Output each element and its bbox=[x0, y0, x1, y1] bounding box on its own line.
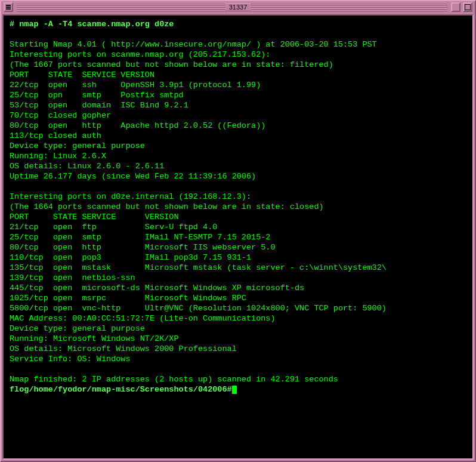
port-row: 21/tcp open ftp Serv-U ftpd 4.0 bbox=[10, 223, 217, 232]
output-line: Device type: general purpose bbox=[10, 324, 145, 333]
port-row: 25/tcp open smtp IMail NT-ESMTP 7.15 201… bbox=[10, 233, 270, 242]
command-line: # nmap -A -T4 scanme.nmap.org d0ze bbox=[10, 20, 174, 29]
output-line: Device type: general purpose bbox=[10, 141, 145, 150]
output-line: Starting Nmap 4.01 ( http://www.insecure… bbox=[10, 40, 377, 49]
shell-prompt: flog/home/fyodor/nmap-misc/Screenshots/0… bbox=[10, 385, 232, 394]
titlebar[interactable]: 31337 bbox=[1, 1, 475, 13]
output-line: MAC Address: 00:A0:CC:51:72:7E (Lite-on … bbox=[10, 314, 276, 323]
port-row: 5800/tcp open vnc-http Ultr@VNC (Resolut… bbox=[10, 304, 387, 313]
output-line: (The 1664 ports scanned but not shown be… bbox=[10, 202, 324, 211]
output-line: Running: Linux 2.6.X bbox=[10, 152, 106, 161]
window-menu-button[interactable] bbox=[4, 2, 13, 12]
port-row: 139/tcp open netbios-ssn bbox=[10, 273, 135, 282]
maximize-button[interactable] bbox=[463, 2, 472, 12]
port-row: 113/tcp closed auth bbox=[10, 131, 101, 140]
port-row: 80/tcp open http Apache httpd 2.0.52 ((F… bbox=[10, 121, 265, 130]
terminal-output[interactable]: # nmap -A -T4 scanme.nmap.org d0ze Start… bbox=[2, 14, 474, 460]
port-row: 53/tcp open domain ISC Bind 9.2.1 bbox=[10, 101, 188, 110]
port-row: 25/tcp opn smtp Postfix smtpd bbox=[10, 91, 184, 100]
port-row: 445/tcp open microsoft-ds Microsoft Wind… bbox=[10, 284, 304, 292]
window-title: 31337 bbox=[225, 4, 251, 11]
table-header: PORT STATE SERVICE VERSION bbox=[10, 212, 179, 221]
output-line: Uptime 26.177 days (since Wed Feb 22 11:… bbox=[10, 172, 256, 181]
output-line: OS details: Microsoft Windows 2000 Profe… bbox=[10, 344, 237, 353]
output-line: Interesting ports on scanme.nmap.org (20… bbox=[10, 50, 270, 59]
output-line: Running: Microsoft Windows NT/2K/XP bbox=[10, 334, 179, 343]
port-row: 110/tcp open pop3 IMail pop3d 7.15 931-1 bbox=[10, 253, 251, 262]
port-row: 70/tcp closed gopher bbox=[10, 111, 111, 120]
port-row: 135/tcp open mstask Microsoft mstask (ta… bbox=[10, 263, 387, 272]
minimize-button[interactable] bbox=[451, 2, 460, 12]
port-row: 22/tcp open ssh OpenSSH 3.9p1 (protocol … bbox=[10, 81, 261, 90]
output-line: OS details: Linux 2.6.0 - 2.6.11 bbox=[10, 162, 164, 171]
output-line: (The 1667 ports scanned but not shown be… bbox=[10, 60, 333, 69]
cursor bbox=[232, 386, 237, 394]
output-line: Service Info: OS: Windows bbox=[10, 355, 131, 364]
table-header: PORT STATE SERVICE VERSION bbox=[10, 70, 154, 79]
output-line: Nmap finished: 2 IP addresses (2 hosts u… bbox=[10, 375, 338, 384]
port-row: 1025/tcp open msrpc Microsoft Windows RP… bbox=[10, 294, 246, 303]
terminal-window: 31337 # nmap -A -T4 scanme.nmap.org d0ze… bbox=[0, 0, 476, 462]
port-row: 80/tcp open http Microsoft IIS webserver… bbox=[10, 243, 276, 252]
output-line: Interesting ports on d0ze.internal (192.… bbox=[10, 192, 251, 201]
